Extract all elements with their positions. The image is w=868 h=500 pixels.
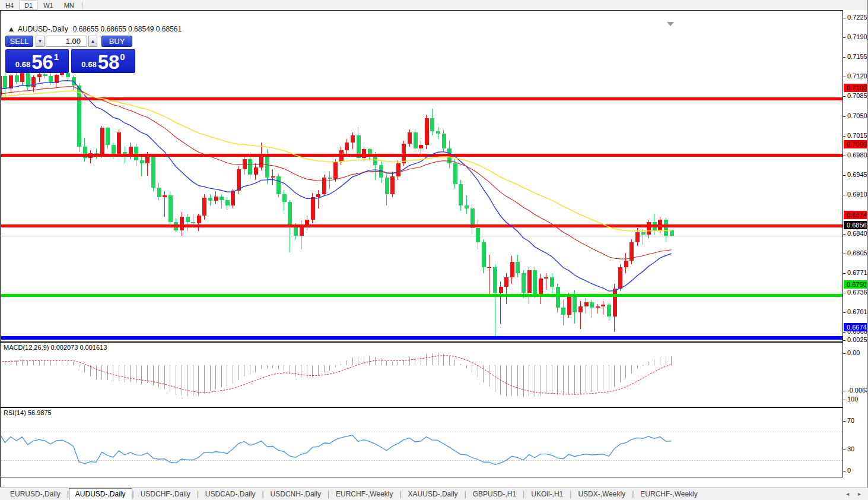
chart-tab-eurusd-daily[interactable]: EURUSD-,Daily [4, 489, 67, 499]
price-tick [843, 340, 845, 341]
horizontal-level-line [1, 224, 843, 227]
chart-tab-usdcad-daily[interactable]: USDCAD-,Daily [199, 489, 262, 499]
symbol-period-label: AUDUSD-,Daily [18, 25, 68, 33]
mt4-window: H4D1W1MN MACD(12,26,9) 0.002073 0.001613… [0, 0, 868, 500]
candle-body [333, 162, 338, 178]
price-tick [843, 312, 845, 313]
price-tick [843, 332, 845, 333]
chart-tab-audusd-daily[interactable]: AUDUSD-,Daily [69, 488, 132, 500]
candle-body [641, 232, 646, 235]
candle-body [396, 163, 400, 176]
ohlc-values: 0.68655 0.68655 0.68549 0.68561 [73, 25, 182, 33]
chart-tab-eurchf-weekly[interactable]: EURCHF-,Weekly [634, 489, 704, 499]
price-tick [843, 57, 845, 58]
price-tick [843, 273, 845, 274]
chart-tab-ukoil-h1[interactable]: UKOil-,H1 [524, 489, 570, 499]
price-tick-label: 0.71900 [847, 33, 868, 40]
volume-increase-button[interactable]: ▲ [88, 36, 97, 47]
candle-body [214, 197, 218, 201]
buy-price-pips: 58 [98, 53, 120, 71]
chart-tab-gbpusd-h1[interactable]: GBPUSD-,H1 [466, 489, 523, 499]
price-tick [843, 254, 845, 254]
chart-tab-xauusd-daily[interactable]: XAUUSD-,Daily [402, 489, 465, 499]
candle-body [516, 262, 520, 273]
chart-tab-eurchf-weekly[interactable]: EURCHF-,Weekly [329, 489, 399, 499]
price-tick-label: -0.006326 [847, 387, 868, 394]
candle-body [402, 144, 406, 163]
horizontal-level-line [1, 336, 843, 340]
price-tick [843, 136, 845, 137]
price-tick [843, 421, 845, 422]
candle-body [522, 273, 526, 293]
sell-price-box[interactable]: 0.68 56 1 [5, 49, 69, 73]
candle-body [596, 306, 600, 308]
candle-body [664, 220, 668, 236]
candle-body [322, 178, 326, 194]
candle-body [499, 287, 503, 292]
candle-body [180, 217, 184, 230]
sell-price-pipette: 1 [54, 52, 59, 62]
price-tick-label: 0.002574 [847, 336, 868, 343]
candle-body [607, 305, 611, 317]
price-tick-label: 0.72250 [847, 14, 868, 21]
timeframe-button-w1[interactable]: W1 [39, 1, 58, 10]
price-tick-label: 0.70850 [847, 92, 868, 99]
rsi-label: RSI(14) 56.9875 [4, 409, 52, 416]
candle-body [106, 128, 110, 144]
candle-body [197, 216, 201, 223]
price-tick-label: 100 [847, 395, 858, 403]
chart-tab-usdx-weekly[interactable]: USDX-,Weekly [571, 489, 632, 499]
sell-button[interactable]: SELL [5, 36, 33, 47]
candle-body [408, 132, 412, 144]
timeframe-button-h4[interactable]: H4 [1, 1, 18, 10]
price-tick [843, 18, 845, 18]
timeframe-button-mn[interactable]: MN [59, 1, 79, 10]
price-tick [843, 175, 845, 176]
price-tick-label: 30 [847, 445, 854, 452]
candle-body [191, 222, 195, 223]
buy-button[interactable]: BUY [101, 36, 132, 47]
price-tick [843, 156, 845, 156]
candle-body [140, 160, 144, 163]
candle-body [601, 305, 605, 306]
chart-window: MACD(12,26,9) 0.002073 0.001613 RSI(14) … [0, 10, 868, 487]
candle-body [20, 73, 24, 82]
level-price-chip: 0.66746 [844, 323, 868, 331]
candle-body [1, 76, 2, 96]
price-tick-label: 0.67710 [847, 269, 868, 276]
rsi-pane[interactable]: RSI(14) 56.9875 [1, 408, 843, 487]
price-scale[interactable]: 0.722500.719000.715500.712000.708500.705… [843, 10, 868, 487]
price-tick-label: 0.00 [847, 349, 860, 356]
candle-body [539, 279, 543, 294]
candle-body [453, 163, 457, 184]
candle-body [504, 277, 508, 287]
buy-price-box[interactable]: 0.68 58 0 [71, 49, 135, 73]
moving-average-line [1, 91, 672, 231]
candle-body [112, 145, 116, 155]
candle-body [544, 277, 548, 279]
candle-body [117, 132, 121, 155]
candle-body [425, 118, 429, 144]
candle-body [208, 198, 212, 201]
one-click-collapse-icon[interactable] [9, 27, 14, 31]
chart-tab-usdcnh-daily[interactable]: USDCNH-,Daily [264, 489, 328, 499]
candle-body [294, 227, 298, 236]
volume-input[interactable]: 1.00 [46, 36, 87, 47]
chart-shift-marker-icon[interactable] [667, 22, 674, 26]
price-tick-label: 0.69100 [847, 191, 868, 198]
current-price-chip: 0.68561 [844, 221, 868, 229]
candle-body [487, 267, 491, 268]
volume-decrease-button[interactable]: ▼ [36, 36, 44, 47]
timeframe-button-d1[interactable]: D1 [20, 1, 37, 10]
tab-scroll-arrows[interactable]: ◂ ▸ [846, 490, 864, 497]
candle-body [225, 200, 230, 205]
price-tick-label: 0.69450 [847, 171, 868, 178]
candle-body [482, 242, 486, 268]
macd-pane[interactable]: MACD(12,26,9) 0.002073 0.001613 [1, 343, 843, 407]
candle-body [168, 195, 173, 222]
chart-tab-usdchf-daily[interactable]: USDCHF-,Daily [134, 489, 197, 499]
candle-body [271, 176, 275, 178]
sell-price-pips: 56 [31, 53, 53, 71]
price-tick [843, 234, 845, 235]
candle-body [37, 74, 42, 78]
